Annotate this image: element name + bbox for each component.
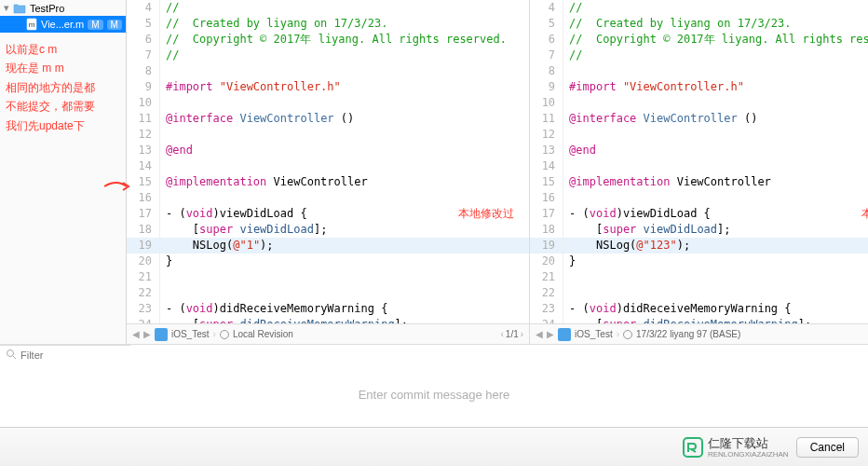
code-line[interactable]: 14 (127, 158, 529, 174)
code-line[interactable]: 19 NSLog(@"123"); (530, 238, 868, 254)
code-line[interactable]: 23- (void)didReceiveMemoryWarning { (530, 301, 868, 317)
code-line[interactable]: 15@implementation ViewController (530, 174, 868, 190)
code-line[interactable]: 10 (127, 95, 529, 111)
filter-input[interactable] (20, 350, 149, 361)
nav-back-icon[interactable]: ◀ (132, 329, 140, 339)
code-line[interactable]: 6// Copyright © 2017年 liyang. All rights… (127, 32, 529, 48)
code-line[interactable]: 23- (void)didReceiveMemoryWarning { (127, 301, 529, 317)
code-line[interactable]: 17- (void)viewDidLoad {本地修改过 (127, 206, 529, 222)
code-line[interactable]: 12 (127, 127, 529, 143)
code-source (160, 95, 529, 111)
line-number: 13 (530, 143, 563, 158)
code-line[interactable]: 8 (127, 63, 529, 79)
code-line[interactable]: 13@end (127, 143, 529, 158)
code-line[interactable]: 21 (127, 269, 529, 285)
code-line[interactable]: 22 (530, 285, 868, 301)
code-source (563, 158, 868, 174)
cancel-button[interactable]: Cancel (796, 437, 859, 458)
code-line[interactable]: 16 (127, 190, 529, 206)
nav-fwd-icon[interactable]: ▶ (547, 329, 554, 339)
footer-project[interactable]: iOS_Test (575, 329, 613, 339)
code-line[interactable]: 24 [super didReceiveMemoryWarning]; (530, 317, 868, 323)
code-line[interactable]: 5// Created by liyang on 17/3/23. (127, 16, 529, 32)
code-source (160, 158, 529, 174)
line-number: 9 (530, 79, 563, 95)
code-line[interactable]: 16 (530, 190, 868, 206)
code-line[interactable]: 24 [super didReceiveMemoryWarning]; (127, 317, 529, 323)
code-line[interactable]: 15@implementation ViewController (127, 174, 529, 190)
code-source: - (void)viewDidLoad {本地一开始 (563, 206, 868, 222)
code-editor-left[interactable]: 4//5// Created by liyang on 17/3/23.6// … (127, 0, 529, 323)
svg-line-3 (13, 356, 16, 359)
code-line[interactable]: 14 (530, 158, 868, 174)
line-number: 15 (530, 174, 563, 190)
code-line[interactable]: 20} (127, 254, 529, 269)
code-source: @end (563, 143, 868, 158)
line-number: 15 (127, 174, 160, 190)
footer-revision[interactable]: 17/3/22 liyang 97 (BASE) (636, 329, 740, 339)
code-source: // Copyright © 2017年 liyang. All rights … (160, 32, 529, 48)
code-line[interactable]: 17- (void)viewDidLoad {本地一开始 (530, 206, 868, 222)
code-line[interactable]: 21 (530, 269, 868, 285)
arrow-annotation-icon (102, 177, 130, 198)
code-line[interactable]: 13@end (530, 143, 868, 158)
code-editor-right[interactable]: 4//5// Created by liyang on 17/3/23.6// … (530, 0, 868, 323)
line-number: 20 (530, 254, 563, 269)
code-line[interactable]: 9#import "ViewController.h" (127, 79, 529, 95)
code-line[interactable]: 18 [super viewDidLoad]; (530, 222, 868, 238)
line-number: 12 (530, 127, 563, 143)
code-source: // Copyright © 2017年 liyang. All rights … (563, 32, 868, 48)
code-source: [super didReceiveMemoryWarning]; (563, 317, 868, 323)
code-line[interactable]: 12 (530, 127, 868, 143)
code-line[interactable]: 7// (530, 48, 868, 63)
line-number: 22 (127, 285, 160, 301)
line-number: 16 (530, 190, 563, 206)
code-source (563, 95, 868, 111)
code-line[interactable]: 5// Created by liyang on 17/3/23. (530, 16, 868, 32)
code-line[interactable]: 6// Copyright © 2017年 liyang. All rights… (530, 32, 868, 48)
line-number: 5 (127, 16, 160, 32)
sidebar-filter (0, 345, 130, 364)
code-line[interactable]: 4// (127, 0, 529, 16)
code-line[interactable]: 11@interface ViewController () (127, 111, 529, 127)
file-icon: m (26, 18, 37, 31)
nav-back-icon[interactable]: ◀ (536, 329, 543, 339)
code-line[interactable]: 19 NSLog(@"1"); (127, 238, 529, 254)
footer-project[interactable]: iOS_Test (171, 329, 210, 339)
code-line[interactable]: 22 (127, 285, 529, 301)
line-number: 5 (530, 16, 563, 32)
watermark: 仁隆下载站 RENLONGXIAZAIZHAN (682, 435, 789, 459)
code-line[interactable]: 8 (530, 63, 868, 79)
commit-message-area[interactable]: Enter commit message here (0, 366, 868, 422)
code-source (160, 190, 529, 206)
line-number: 12 (127, 127, 160, 143)
status-badge: M (88, 20, 102, 30)
project-icon (155, 328, 168, 341)
tree-parent-item[interactable]: ▾ TestPro (0, 0, 126, 16)
bottom-toolbar: 仁隆下载站 RENLONGXIAZAIZHAN Cancel (0, 427, 868, 466)
code-source: // (160, 48, 529, 63)
footer-revision[interactable]: Local Revision (233, 329, 293, 339)
code-source: - (void)viewDidLoad {本地修改过 (160, 206, 529, 222)
prev-diff-icon[interactable]: ‹ (501, 329, 504, 339)
code-source: @implementation ViewController (563, 174, 868, 190)
disclosure-triangle-icon[interactable]: ▾ (4, 2, 9, 14)
code-line[interactable]: 9#import "ViewController.h" (530, 79, 868, 95)
line-number: 10 (530, 95, 563, 111)
nav-fwd-icon[interactable]: ▶ (143, 329, 151, 339)
next-diff-icon[interactable]: › (521, 329, 523, 339)
clock-icon (623, 330, 632, 339)
line-number: 24 (127, 317, 160, 323)
code-line[interactable]: 10 (530, 95, 868, 111)
line-number: 13 (127, 143, 160, 158)
code-line[interactable]: 18 [super viewDidLoad]; (127, 222, 529, 238)
line-number: 17 (530, 206, 563, 222)
code-line[interactable]: 11@interface ViewController () (530, 111, 868, 127)
line-number: 14 (530, 158, 563, 174)
code-line[interactable]: 20} (530, 254, 868, 269)
code-source (160, 127, 529, 143)
tree-child-item[interactable]: m Vie...er.m M M (0, 16, 126, 33)
code-source (563, 63, 868, 79)
code-line[interactable]: 7// (127, 48, 529, 63)
code-line[interactable]: 4// (530, 0, 868, 16)
